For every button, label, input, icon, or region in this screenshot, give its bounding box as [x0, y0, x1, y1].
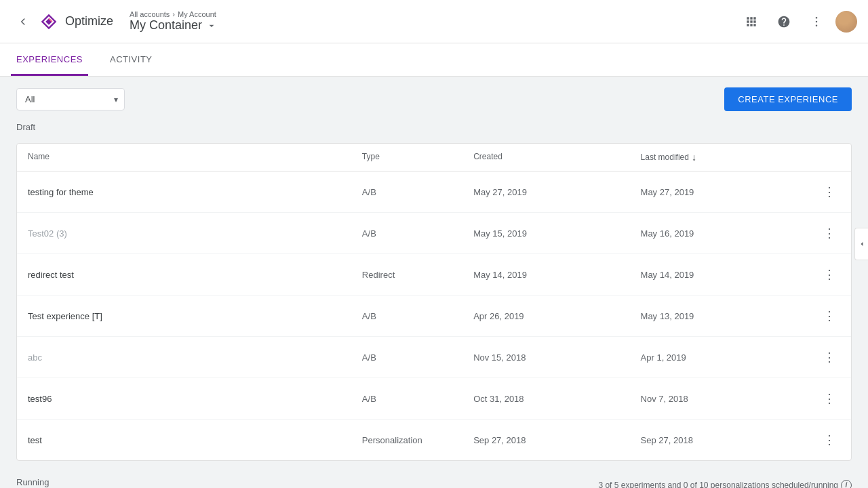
row-modified: Sep 27, 2018 [641, 435, 808, 445]
row-menu-button[interactable]: ⋮ [818, 222, 840, 244]
row-menu-button[interactable]: ⋮ [818, 429, 840, 451]
row-created: Apr 26, 2019 [473, 311, 640, 321]
running-info-icon[interactable]: i [841, 480, 852, 489]
main-content: All A/B Redirect Personalization CREATE … [0, 77, 868, 488]
more-options-button[interactable] [803, 8, 830, 35]
row-modified: May 16, 2019 [641, 228, 808, 239]
filter-select[interactable]: All A/B Redirect Personalization [16, 88, 125, 110]
create-experience-button[interactable]: CREATE EXPERIENCE [724, 87, 852, 111]
row-actions: ⋮ [808, 222, 840, 244]
table-row: abc A/B Nov 15, 2018 Apr 1, 2019 ⋮ [17, 337, 851, 378]
avatar[interactable] [835, 11, 857, 33]
row-created: Sep 27, 2018 [473, 435, 640, 445]
app-name: Optimize [65, 14, 113, 28]
sort-down-icon: ↓ [692, 152, 696, 163]
running-section-header: Running 3 of 5 experiments and 0 of 10 p… [16, 477, 852, 488]
draft-col-created: Created [473, 152, 640, 163]
table-row: testing for theme A/B May 27, 2019 May 2… [17, 171, 851, 213]
filter-select-wrapper: All A/B Redirect Personalization [16, 88, 125, 110]
draft-col-modified-sort[interactable]: Last modified ↓ [641, 152, 808, 163]
row-menu-button[interactable]: ⋮ [818, 181, 840, 203]
row-type: A/B [362, 187, 473, 197]
grid-apps-button[interactable] [738, 8, 765, 35]
svg-point-2 [816, 20, 818, 22]
table-row: test Personalization Sep 27, 2018 Sep 27… [17, 420, 851, 460]
table-row: test96 A/B Oct 31, 2018 Nov 7, 2018 ⋮ [17, 378, 851, 420]
row-modified: Nov 7, 2018 [641, 394, 808, 404]
breadcrumb-all-accounts[interactable]: All accounts [130, 10, 170, 18]
row-name: redirect test [28, 270, 362, 280]
row-type: A/B [362, 394, 473, 404]
svg-point-1 [816, 16, 818, 18]
tab-experiences[interactable]: EXPERIENCES [11, 43, 88, 76]
row-name: testing for theme [28, 187, 362, 197]
row-created: Nov 15, 2018 [473, 352, 640, 363]
breadcrumb-arrow: › [172, 10, 175, 18]
draft-col-name: Name [28, 152, 362, 163]
row-actions: ⋮ [808, 388, 840, 409]
svg-point-3 [816, 24, 818, 26]
row-type: A/B [362, 352, 473, 363]
row-modified: May 14, 2019 [641, 270, 808, 280]
row-menu-button[interactable]: ⋮ [818, 346, 840, 368]
draft-section-header: Draft [16, 122, 852, 138]
running-label: Running [16, 477, 49, 487]
breadcrumb-account[interactable]: My Account [178, 10, 216, 18]
tabs: EXPERIENCES ACTIVITY [0, 43, 868, 77]
filter-row: All A/B Redirect Personalization CREATE … [16, 87, 852, 111]
row-actions: ⋮ [808, 181, 840, 203]
draft-col-modified-label: Last modified [641, 152, 689, 162]
table-row: redirect test Redirect May 14, 2019 May … [17, 254, 851, 296]
running-meta: 3 of 5 experiments and 0 of 10 personali… [598, 481, 838, 489]
row-name: abc [28, 352, 362, 363]
row-type: Personalization [362, 435, 473, 445]
running-meta-container: 3 of 5 experiments and 0 of 10 personali… [598, 480, 852, 489]
container-title[interactable]: My Container [130, 18, 217, 33]
running-section: Running 3 of 5 experiments and 0 of 10 p… [16, 477, 852, 488]
row-modified: May 13, 2019 [641, 311, 808, 321]
draft-table-header: Name Type Created Last modified ↓ [17, 144, 851, 171]
row-menu-button[interactable]: ⋮ [818, 388, 840, 409]
avatar-image [835, 11, 857, 33]
draft-table: Name Type Created Last modified ↓ testin… [16, 143, 852, 461]
row-actions: ⋮ [808, 429, 840, 451]
table-row: Test experience [T] A/B Apr 26, 2019 May… [17, 296, 851, 337]
row-menu-button[interactable]: ⋮ [818, 264, 840, 285]
draft-col-type: Type [362, 152, 473, 163]
row-modified: May 27, 2019 [641, 187, 808, 197]
row-actions: ⋮ [808, 305, 840, 327]
row-created: May 27, 2019 [473, 187, 640, 197]
optimize-logo-icon [38, 11, 60, 33]
row-name: Test02 (3) [28, 228, 362, 239]
row-created: May 15, 2019 [473, 228, 640, 239]
top-nav-left: Optimize All accounts › My Account My Co… [11, 9, 738, 34]
row-name: test [28, 435, 362, 445]
row-menu-button[interactable]: ⋮ [818, 305, 840, 327]
row-name: test96 [28, 394, 362, 404]
tab-activity[interactable]: ACTIVITY [104, 43, 158, 76]
row-actions: ⋮ [808, 264, 840, 285]
top-nav: Optimize All accounts › My Account My Co… [0, 0, 868, 43]
row-modified: Apr 1, 2019 [641, 352, 808, 363]
help-button[interactable] [770, 8, 797, 35]
draft-col-actions-header [808, 152, 840, 163]
draft-label: Draft [16, 122, 35, 132]
breadcrumb: All accounts › My Account [130, 10, 217, 18]
breadcrumb-container: All accounts › My Account My Container [130, 10, 217, 33]
sidebar-toggle-button[interactable] [854, 228, 868, 260]
draft-section: Draft Name Type Created Last modified ↓ … [16, 122, 852, 461]
top-nav-right [738, 8, 857, 35]
back-button[interactable] [11, 9, 35, 34]
container-name: My Container [130, 18, 202, 33]
row-name: Test experience [T] [28, 311, 362, 321]
row-type: A/B [362, 228, 473, 239]
row-type: A/B [362, 311, 473, 321]
container-dropdown-icon [206, 20, 217, 31]
row-actions: ⋮ [808, 346, 840, 368]
row-type: Redirect [362, 270, 473, 280]
row-created: May 14, 2019 [473, 270, 640, 280]
table-row: Test02 (3) A/B May 15, 2019 May 16, 2019… [17, 213, 851, 254]
row-created: Oct 31, 2018 [473, 394, 640, 404]
